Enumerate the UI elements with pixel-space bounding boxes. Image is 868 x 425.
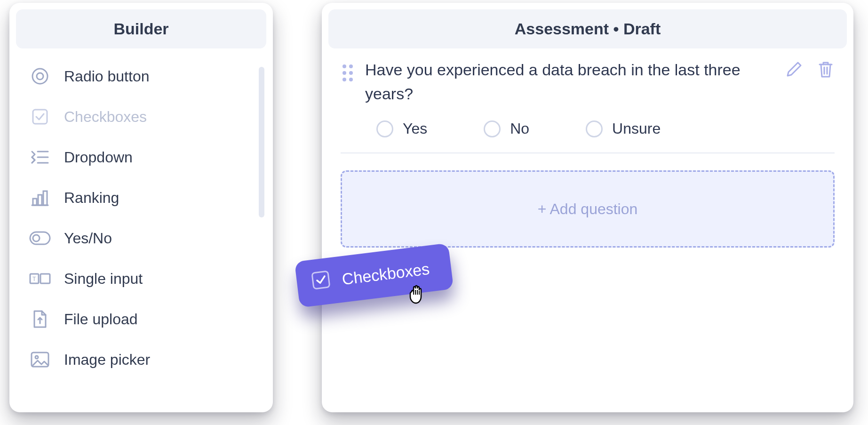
- option-label: Unsure: [612, 120, 661, 137]
- svg-point-17: [342, 64, 346, 68]
- radio-empty-icon: [484, 120, 501, 137]
- svg-point-22: [349, 78, 353, 81]
- radio-empty-icon: [376, 120, 393, 137]
- canvas-panel: Assessment • Draft Have you experienced …: [322, 3, 853, 412]
- option-no[interactable]: No: [484, 120, 529, 137]
- svg-rect-14: [40, 274, 50, 283]
- grab-cursor-icon: [405, 280, 432, 309]
- checkbox-icon: [310, 269, 333, 295]
- builder-item-yesno[interactable]: Yes/No: [27, 218, 264, 258]
- svg-point-0: [32, 69, 48, 84]
- svg-point-11: [33, 235, 40, 241]
- builder-item-file-upload[interactable]: File upload: [27, 299, 264, 339]
- builder-item-label: Single input: [64, 270, 143, 288]
- divider: [341, 152, 835, 153]
- builder-list: Radio button Checkboxes: [9, 53, 273, 380]
- trash-icon[interactable]: [817, 60, 835, 80]
- svg-text:T: T: [32, 276, 36, 282]
- add-question-dropzone[interactable]: + Add question: [341, 170, 835, 248]
- builder-item-radio[interactable]: Radio button: [27, 56, 264, 96]
- builder-item-single-input[interactable]: T Single input: [27, 258, 264, 299]
- dropdown-icon: [29, 146, 51, 168]
- svg-point-19: [342, 71, 346, 75]
- image-picker-icon: [29, 349, 51, 370]
- builder-panel: Builder Radio button Checkboxes: [9, 3, 273, 412]
- question-block: Have you experienced a data breach in th…: [322, 53, 853, 152]
- builder-header: Builder: [16, 9, 266, 48]
- builder-item-checkboxes[interactable]: Checkboxes: [27, 96, 264, 137]
- builder-item-label: Ranking: [64, 189, 119, 207]
- builder-item-dropdown[interactable]: Dropdown: [27, 137, 264, 177]
- builder-item-label: Dropdown: [64, 149, 133, 166]
- svg-point-1: [37, 73, 43, 80]
- builder-item-label: Checkboxes: [64, 108, 147, 126]
- svg-point-18: [349, 64, 353, 68]
- drag-handle-icon[interactable]: [341, 63, 355, 85]
- checkbox-icon: [29, 106, 51, 128]
- single-input-icon: T: [29, 268, 51, 289]
- file-upload-icon: [29, 308, 51, 330]
- question-row: Have you experienced a data breach in th…: [341, 58, 835, 106]
- option-yes[interactable]: Yes: [376, 120, 427, 137]
- option-unsure[interactable]: Unsure: [586, 120, 661, 137]
- builder-item-label: Image picker: [64, 351, 150, 369]
- builder-item-label: File upload: [64, 311, 138, 328]
- svg-rect-7: [33, 199, 37, 205]
- builder-item-image-picker[interactable]: Image picker: [27, 339, 264, 380]
- scrollbar-thumb[interactable]: [259, 67, 264, 217]
- svg-point-20: [349, 71, 353, 75]
- toggle-icon: [29, 227, 51, 249]
- builder-item-ranking[interactable]: Ranking: [27, 177, 264, 218]
- svg-rect-25: [312, 271, 330, 289]
- question-text: Have you experienced a data breach in th…: [365, 58, 774, 106]
- builder-scrollbar[interactable]: [259, 67, 264, 217]
- builder-item-label: Radio button: [64, 68, 149, 85]
- builder-item-label: Yes/No: [64, 230, 112, 247]
- canvas-header: Assessment • Draft: [328, 9, 847, 48]
- radio-empty-icon: [586, 120, 603, 137]
- svg-point-21: [342, 78, 346, 81]
- svg-rect-8: [38, 195, 42, 205]
- drop-zone-label: + Add question: [538, 200, 638, 218]
- option-label: No: [510, 120, 529, 137]
- ranking-icon: [29, 187, 51, 208]
- svg-rect-2: [33, 110, 47, 124]
- edit-icon[interactable]: [785, 60, 804, 80]
- question-actions: [785, 60, 835, 80]
- svg-point-16: [35, 356, 38, 359]
- options-row: Yes No Unsure: [341, 106, 835, 152]
- svg-rect-9: [43, 191, 47, 205]
- option-label: Yes: [403, 120, 427, 137]
- radio-icon: [29, 65, 51, 87]
